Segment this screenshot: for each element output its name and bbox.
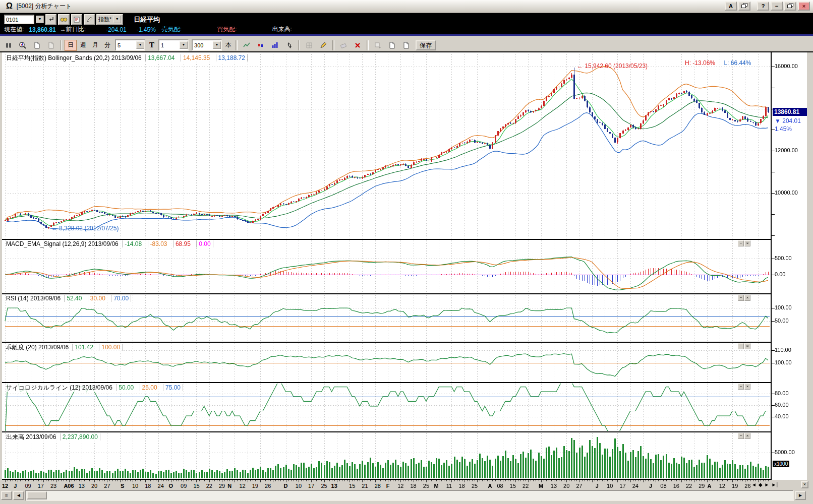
scroll-left-button[interactable]: ◄ [13, 491, 24, 500]
nav-end-button[interactable]: ►| [772, 482, 778, 487]
nav-left-button[interactable]: ◄ [751, 482, 757, 487]
interval-value: 5 [116, 42, 136, 48]
rsi-panel-header: RSI (14) 2013/09/06 52.40 30.00 70.00 [6, 295, 131, 302]
macd-minimize-button[interactable]: − [738, 240, 744, 246]
y-axis-label: 80.00 [775, 390, 789, 396]
kairi-chart-canvas[interactable] [2, 343, 807, 382]
eraser-button[interactable] [337, 40, 350, 51]
nav-marker-icon: ◆ [759, 482, 763, 487]
search-button[interactable] [58, 14, 70, 25]
zoom-button[interactable] [16, 40, 29, 51]
category-dropdown-button[interactable]: ▼ [113, 16, 121, 23]
layout-button[interactable] [385, 40, 398, 51]
toolbar: 日 週 月 分 5 ▼ T 1 ▼ 300 ▼ 本 保存 [0, 39, 813, 52]
memo-button[interactable] [71, 14, 82, 25]
scrollbar-track[interactable] [25, 490, 794, 501]
close-button[interactable]: × [798, 2, 810, 11]
kairi-close-button[interactable]: × [744, 343, 750, 349]
volume-minimize-button[interactable]: − [738, 433, 744, 439]
compare-button[interactable] [2, 40, 15, 51]
psychological-panel-header: サイコロジカルライン (12) 2013/09/06 50.00 25.00 7… [6, 384, 183, 392]
macd-header-text: MACD_EMA_Signal (12,26,9) 2013/09/06 [6, 240, 119, 247]
x-axis-label: 24 [158, 483, 164, 489]
interval-dropdown-button[interactable]: ▼ [136, 41, 144, 49]
new-page-button[interactable] [30, 40, 43, 51]
interval-select[interactable]: 5 ▼ [115, 39, 145, 51]
page-settings-button[interactable] [44, 40, 57, 51]
layout-save-button[interactable] [399, 40, 413, 51]
help-button[interactable]: ? [757, 2, 769, 11]
macd-chart-canvas[interactable] [2, 240, 807, 293]
delete-all-button[interactable] [351, 40, 364, 51]
line-chart-icon [243, 41, 251, 49]
x-axis-label: 29 [699, 483, 705, 489]
copy-window-button[interactable] [738, 2, 750, 11]
tick-select[interactable]: 1 ▼ [158, 39, 189, 51]
category-select[interactable]: 指数* ▼ [96, 14, 123, 25]
symbol-dropdown-button[interactable]: ▼ [36, 16, 44, 23]
tick-dropdown-button[interactable]: ▼ [180, 41, 188, 49]
scrollbar-thumb[interactable] [27, 491, 47, 499]
x-axis-label: 13 [331, 483, 337, 489]
restore-button[interactable] [784, 2, 796, 11]
bar-count-dropdown-button[interactable]: ▼ [213, 41, 221, 49]
symbol-code-input[interactable] [4, 15, 34, 24]
rsi-close-button[interactable]: × [744, 295, 750, 301]
x-axis-label: 23 [50, 483, 56, 489]
psychological-minimize-button[interactable]: − [738, 384, 744, 390]
volume-chart-canvas[interactable] [2, 432, 807, 479]
window-title: [5002] 分析チャート [17, 2, 72, 11]
macd-signal-value: 68.95 [173, 240, 193, 247]
page-icon [47, 41, 55, 49]
scroll-grip-button[interactable]: ≡ [1, 491, 12, 500]
period-day-toggle[interactable]: 日 [65, 40, 77, 51]
line-chart-mode-button[interactable] [240, 40, 253, 51]
period-minute-toggle[interactable]: 分 [102, 40, 113, 50]
x-axis-label: 17 [308, 483, 314, 489]
y-axis-label: 0.00 [775, 271, 785, 277]
x-axis-label: M [539, 483, 543, 489]
kairi-minimize-button[interactable]: − [738, 343, 744, 349]
x-axis-label: 15 [349, 483, 355, 489]
candle-chart-mode-button[interactable] [254, 40, 267, 51]
bb-middle-value: 13,667.04 [145, 54, 177, 61]
title-bar: Ω [5002] 分析チャート A ? − × [0, 0, 813, 13]
period-week-toggle[interactable]: 週 [78, 40, 89, 50]
instrument-name: 日経平均 [134, 15, 160, 24]
volume-close-button[interactable]: × [744, 433, 750, 439]
y-axis-label: 100.00 [775, 304, 792, 310]
scroll-right-button[interactable]: ► [795, 491, 806, 500]
macd-panel: MACD_EMA_Signal (12,26,9) 2013/09/06 -14… [2, 239, 807, 293]
x-axis-label: 22 [522, 483, 529, 489]
scale-adjust-button[interactable] [282, 40, 296, 51]
macd-ema-value: -83.03 [148, 240, 169, 247]
rsi-minimize-button[interactable]: − [738, 295, 744, 301]
binoculars-icon [60, 16, 68, 23]
y-axis-label: 12000.00 [775, 147, 798, 153]
draw-line-button[interactable] [317, 40, 330, 51]
psychological-close-button[interactable]: × [744, 384, 750, 390]
minimize-button[interactable]: − [771, 2, 783, 11]
x-axis-label: 15 [193, 483, 199, 489]
tick-value: 1 [159, 42, 180, 48]
y-axis-label: 60.00 [775, 402, 789, 408]
price-chart-canvas[interactable] [2, 53, 807, 239]
volume-mode-button[interactable] [268, 40, 281, 51]
save-button[interactable]: 保存 [416, 40, 436, 50]
font-button[interactable]: A [725, 2, 737, 11]
current-price: 13,860.81 [29, 26, 55, 33]
pencil-icon [86, 16, 93, 23]
x-axis-label: S [121, 483, 124, 489]
y-axis-label: 110.00 [775, 347, 791, 353]
period-month-toggle[interactable]: 月 [90, 40, 101, 50]
price-panel: 日経平均(指数) Bollinger_Bands (20,2) 2013/09/… [2, 52, 807, 239]
bar-count-select[interactable]: 300 ▼ [192, 39, 222, 51]
draw-tool-button[interactable] [84, 14, 95, 25]
macd-close-button[interactable]: × [744, 240, 750, 246]
grid-button[interactable] [303, 40, 316, 51]
enter-button[interactable] [45, 14, 56, 25]
axis-close-button[interactable]: × [801, 481, 808, 488]
eraser-icon [339, 41, 347, 49]
copy-chart-button[interactable] [371, 40, 384, 51]
nav-right-button[interactable]: ► [765, 482, 770, 487]
